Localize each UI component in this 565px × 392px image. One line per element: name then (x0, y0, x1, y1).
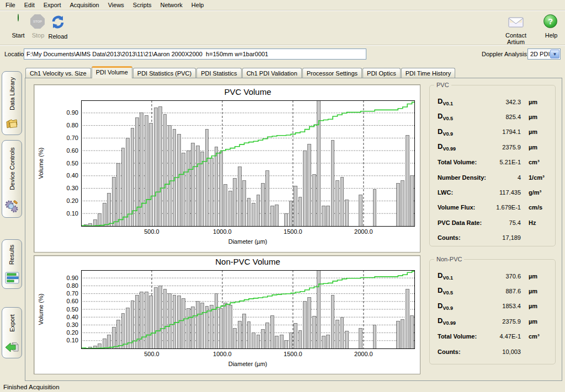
menu-item-file[interactable]: File (1, 1, 20, 9)
contact-artium-button[interactable]: Contact Artium (497, 13, 535, 45)
histogram-bar (261, 330, 264, 348)
svg-text:0.10: 0.10 (67, 337, 78, 343)
svg-text:0.90: 0.90 (67, 275, 78, 281)
tab-pdi-time-history[interactable]: PDI Time History (401, 68, 456, 78)
histogram-bar (117, 163, 120, 226)
histogram-bar (303, 151, 306, 226)
stat-unit: 1/cm³ (524, 174, 553, 181)
svg-text:0.60: 0.60 (67, 147, 78, 154)
svg-text:0.60: 0.60 (67, 298, 78, 304)
sidebar-item-device-controls[interactable]: Device Controls (2, 140, 22, 218)
histogram-bar (317, 270, 321, 348)
tab-pdi-statistics[interactable]: PDI Statistics (196, 68, 241, 78)
stat-unit: cm/s (524, 204, 553, 211)
doppler-analysis-select[interactable]: 2D PDI ▼ (527, 49, 561, 60)
histogram-bar (411, 176, 414, 226)
stat-value: 4 (489, 174, 524, 181)
histogram-bar (163, 114, 167, 226)
histogram-bar (336, 320, 339, 348)
svg-text:0.90: 0.90 (67, 109, 78, 116)
histogram-bar (219, 309, 222, 348)
tab-pdi-optics[interactable]: PDI Optics (363, 68, 401, 78)
histogram-bar (336, 181, 339, 226)
histogram-bar (308, 298, 311, 348)
histogram-bar (312, 175, 316, 226)
tab-pdi-volume[interactable]: PDI Volume (92, 66, 132, 78)
tab-strip: Ch1 Velocity vs. SizePDI VolumePDI Stati… (25, 66, 456, 78)
histogram-bar (196, 146, 199, 226)
stat-unit: Hz (524, 219, 553, 226)
histogram-bar (103, 339, 106, 348)
histogram-bar (252, 333, 255, 348)
histogram-bar (154, 287, 157, 348)
sidebar-item-label: Results (2, 240, 22, 269)
histogram-bar (261, 183, 264, 226)
stat-label: DV0.1 (438, 271, 489, 281)
histogram-bar (345, 331, 349, 348)
histogram-bar (238, 167, 241, 226)
status-text: Finished Acquisition (3, 384, 60, 390)
tab-processor-settings[interactable]: Processor Settings (302, 68, 362, 78)
svg-text:1000.0: 1000.0 (213, 228, 232, 235)
pdi-volume-tab-panel: 0.100.200.300.400.500.600.700.800.90500.… (25, 78, 562, 381)
histogram-bar (373, 190, 376, 226)
histogram-bar (112, 327, 115, 348)
menu-item-acquisition[interactable]: Acquisition (66, 1, 104, 9)
histogram-bar (108, 194, 111, 226)
histogram-bar (182, 153, 185, 226)
histogram-bar (191, 307, 195, 348)
histogram-bar (247, 322, 250, 348)
histogram-bar (150, 123, 153, 226)
non-pvc-groupbox-title: Non-PVC (434, 256, 464, 262)
histogram-bar (126, 138, 130, 226)
sidebar-item-export[interactable]: Export (2, 307, 22, 358)
histogram-bar (406, 289, 409, 348)
histogram-bar (411, 315, 414, 348)
histogram-bar (270, 206, 274, 226)
histogram-bar (396, 183, 399, 226)
tab-pdi-statistics-pvc[interactable]: PDI Statistics (PVC) (133, 68, 196, 78)
tab-ch1-pdi-validation[interactable]: Ch1 PDI Validation (242, 68, 302, 78)
stat-label: DV0.99 (438, 316, 489, 326)
histogram-bar (173, 295, 176, 348)
menu-item-help[interactable]: Help (187, 1, 209, 9)
stat-value: 75.4 (489, 219, 524, 226)
menu-item-network[interactable]: Network (156, 1, 186, 9)
menu-item-views[interactable]: Views (104, 1, 129, 9)
menu-item-export[interactable]: Export (39, 1, 66, 9)
stat-label: DV0.9 (438, 302, 489, 311)
stat-value: 887.6 (489, 288, 524, 294)
histogram-bar (233, 178, 237, 226)
histogram-bar (331, 141, 334, 226)
menu-item-scripts[interactable]: Scripts (129, 1, 156, 9)
svg-text:0.40: 0.40 (67, 172, 78, 179)
mail-icon (507, 14, 525, 30)
histogram-bar (257, 195, 260, 226)
tab-ch1-velocity-vs-size[interactable]: Ch1 Velocity vs. Size (25, 68, 91, 78)
location-input[interactable] (24, 49, 366, 60)
histogram-bar (345, 200, 349, 226)
stat-row: LWC:117.435g/m³ (430, 185, 555, 200)
svg-text:1500.0: 1500.0 (284, 228, 302, 235)
menu-item-edit[interactable]: Edit (20, 1, 39, 9)
histogram-bar (285, 213, 288, 226)
stat-label: DV0.99 (438, 142, 489, 152)
chevron-down-icon[interactable]: ▼ (550, 50, 559, 58)
help-button[interactable]: ? Help (535, 13, 565, 39)
chart-title: Non-PVC Volume (215, 257, 280, 266)
sidebar-item-results[interactable]: Results (2, 239, 22, 289)
stat-row: DV0.5887.6µm (430, 283, 555, 298)
histogram-bar (159, 106, 162, 226)
histogram-bar (359, 195, 363, 226)
sidebar-item-label: Export (3, 308, 21, 339)
histogram-bar (238, 321, 241, 348)
folders-icon (4, 115, 20, 132)
reload-button[interactable]: Reload (42, 13, 74, 40)
histogram-bar (215, 147, 218, 226)
histogram-bar (140, 292, 143, 348)
svg-text:0.70: 0.70 (67, 135, 78, 141)
stat-label: Total Volume: (438, 159, 489, 165)
sidebar-item-data-library[interactable]: Data Library (2, 71, 22, 135)
histogram-bar (285, 341, 288, 348)
svg-text:0.20: 0.20 (67, 197, 78, 204)
